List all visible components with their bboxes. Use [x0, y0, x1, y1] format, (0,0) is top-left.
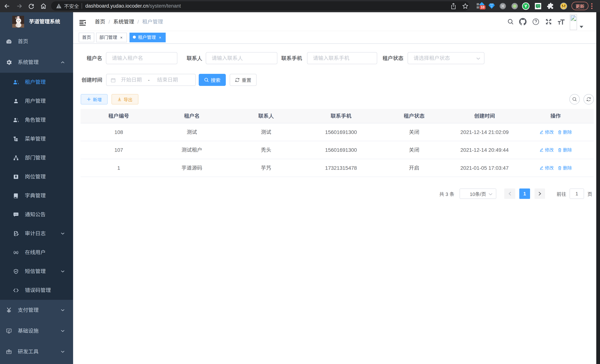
svg-text:⌘: ⌘ — [501, 4, 505, 9]
